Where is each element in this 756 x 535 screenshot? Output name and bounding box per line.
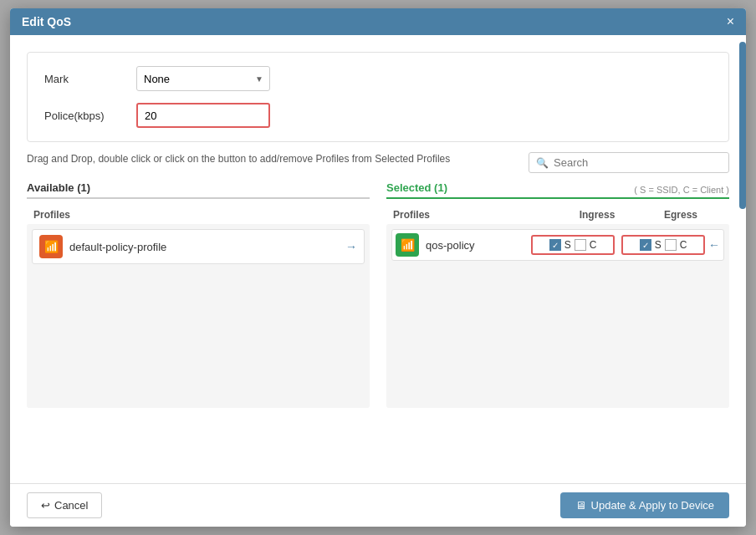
apply-icon: 🖥: [575, 499, 586, 512]
mark-select-wrapper[interactable]: None DSCP 802.1p ▼: [136, 66, 270, 91]
selected-divider: [386, 197, 729, 199]
egress-checkbox-group[interactable]: ✓ S C: [621, 235, 705, 255]
selected-list-body: 📶 qos-policy ✓ S C: [386, 224, 729, 408]
selected-egress-header: Egress: [639, 209, 723, 221]
search-icon: 🔍: [536, 157, 549, 169]
mark-row: Mark None DSCP 802.1p ▼: [44, 66, 712, 91]
modal-body: Mark None DSCP 802.1p ▼ Police(kbps): [10, 35, 746, 483]
drag-drop-header: Drag and Drop, double click or click on …: [27, 152, 729, 173]
selected-title: Selected (1): [386, 181, 447, 194]
drag-drop-section: Drag and Drop, double click or click on …: [27, 152, 729, 408]
ingress-s-checkbox[interactable]: ✓: [549, 239, 561, 251]
scroll-indicator: [739, 42, 746, 209]
update-label: Update & Apply to Device: [591, 499, 714, 512]
ingress-checkbox-group[interactable]: ✓ S C: [531, 235, 615, 255]
cancel-button[interactable]: ↩ Cancel: [27, 492, 102, 518]
selected-col-headers: Profiles Ingress Egress: [386, 206, 729, 224]
available-profiles-header: Profiles: [33, 209, 363, 221]
available-divider: [27, 197, 370, 199]
profile-icon-red: 📶: [39, 235, 63, 258]
ingress-s-label: S: [564, 239, 571, 251]
selected-panel: Selected (1) ( S = SSID, C = Client ) Pr…: [386, 181, 729, 408]
selected-profiles-header: Profiles: [393, 209, 555, 221]
update-apply-button[interactable]: 🖥 Update & Apply to Device: [560, 492, 729, 518]
drag-drop-description: Drag and Drop, double click or click on …: [27, 152, 450, 166]
available-col-headers: Profiles: [27, 206, 370, 224]
form-section: Mark None DSCP 802.1p ▼ Police(kbps): [27, 52, 729, 142]
police-label: Police(kbps): [44, 110, 136, 122]
edit-qos-modal: Edit QoS × Mark None DSCP 802.1p ▼: [10, 8, 746, 527]
selected-note: ( S = SSID, C = Client ): [634, 185, 729, 195]
wifi-icon-green: 📶: [401, 238, 415, 252]
close-button[interactable]: ×: [727, 15, 734, 28]
egress-s-checkbox[interactable]: ✓: [640, 239, 651, 251]
modal-footer: ↩ Cancel 🖥 Update & Apply to Device: [10, 483, 746, 527]
selected-item: 📶 qos-policy ✓ S C: [391, 229, 724, 261]
ingress-c-label: C: [590, 239, 597, 251]
search-box[interactable]: 🔍: [529, 152, 729, 173]
cancel-label: Cancel: [54, 499, 88, 512]
egress-c-label: C: [680, 239, 687, 251]
modal-overlay: Edit QoS × Mark None DSCP 802.1p ▼: [0, 0, 756, 535]
undo-icon: ↩: [41, 499, 50, 512]
mark-select[interactable]: None DSCP 802.1p: [136, 66, 270, 91]
arrow-right-icon: →: [345, 240, 357, 253]
profile-name: default-policy-profile: [69, 241, 345, 253]
modal-title: Edit QoS: [22, 15, 71, 28]
ingress-c-checkbox[interactable]: [575, 239, 586, 251]
arrow-left-icon: ←: [708, 238, 720, 252]
selected-ingress-header: Ingress: [555, 209, 639, 221]
wifi-icon: 📶: [44, 240, 59, 253]
available-title: Available (1): [27, 181, 370, 194]
selected-profile-name: qos-policy: [426, 239, 531, 252]
modal-header: Edit QoS ×: [10, 8, 746, 35]
search-input[interactable]: [554, 156, 722, 169]
egress-c-checkbox[interactable]: [665, 239, 677, 251]
police-row: Police(kbps): [44, 103, 712, 128]
profile-icon-green: 📶: [396, 233, 419, 257]
available-panel: Available (1) Profiles 📶 default-policy-…: [27, 181, 370, 408]
lists-container: Available (1) Profiles 📶 default-policy-…: [27, 181, 729, 408]
egress-s-label: S: [655, 239, 662, 251]
police-input[interactable]: [136, 103, 270, 128]
available-list-body: 📶 default-policy-profile →: [27, 224, 370, 408]
mark-label: Mark: [44, 73, 136, 85]
available-item[interactable]: 📶 default-policy-profile →: [32, 229, 365, 264]
